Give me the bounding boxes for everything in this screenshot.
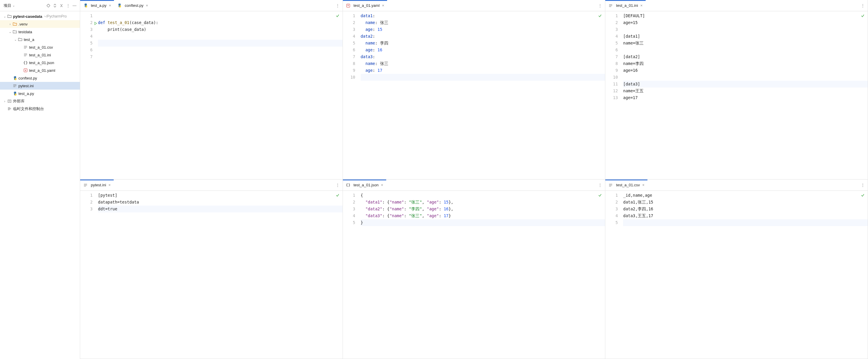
code-line[interactable]: age=17 bbox=[623, 94, 868, 101]
close-icon[interactable]: × bbox=[640, 3, 643, 8]
code-lines[interactable]: { "data1": {"name": "张三", "age": 15}, "d… bbox=[361, 191, 605, 359]
tab-more-icon[interactable]: ⋮ bbox=[595, 183, 605, 187]
sidebar-title[interactable]: 项目 ⌄ bbox=[2, 3, 16, 8]
code-line[interactable] bbox=[623, 219, 868, 226]
tab-test_a_01-json[interactable]: {}test_a_01.json× bbox=[343, 180, 386, 191]
code-lines[interactable]: [pytest]datapath=testdataddt=true bbox=[98, 191, 343, 359]
close-icon[interactable]: × bbox=[109, 3, 111, 8]
tree-item-conftest[interactable]: conftest.py bbox=[0, 74, 80, 82]
tree-caret[interactable]: ⌄ bbox=[13, 38, 18, 41]
tree-caret[interactable]: ⌄ bbox=[8, 30, 12, 34]
tab-more-icon[interactable]: ⋮ bbox=[595, 3, 605, 8]
tree-item-csv[interactable]: test_a_01.csv bbox=[0, 43, 80, 51]
tree-item-test_a_py[interactable]: test_a.py bbox=[0, 90, 80, 97]
code-line[interactable]: "data1": {"name": "张三", "age": 15}, bbox=[361, 199, 605, 206]
code-body[interactable]: 123[pytest]datapath=testdataddt=true bbox=[80, 191, 343, 359]
tree-item-scratch[interactable]: 临时文件和控制台 bbox=[0, 105, 80, 113]
tree-item-ext[interactable]: ›外部库 bbox=[0, 97, 80, 105]
code-line[interactable]: age: 15 bbox=[361, 26, 605, 33]
code-line[interactable] bbox=[361, 74, 605, 81]
code-line[interactable]: [data2] bbox=[623, 54, 868, 60]
code-line[interactable]: } bbox=[361, 219, 605, 226]
code-line[interactable]: data2,李四,16 bbox=[623, 206, 868, 213]
tree-item-pytestini[interactable]: pytest.ini bbox=[0, 82, 80, 90]
tab-test_a_01-yaml[interactable]: Ytest_a_01.yaml× bbox=[343, 0, 388, 11]
code-lines[interactable]: def test_a_01(case_data): print(case_dat… bbox=[98, 11, 343, 179]
code-line[interactable]: datapath=testdata bbox=[98, 199, 343, 206]
project-tree[interactable]: ⌄pytest-casedata~/PycharmPro›.venv⌄testd… bbox=[0, 11, 80, 359]
tree-caret[interactable]: › bbox=[8, 23, 12, 26]
code-line[interactable]: name=王五 bbox=[623, 88, 868, 94]
code-line[interactable] bbox=[623, 46, 868, 54]
code-lines[interactable]: _id,name,agedata1,张三,15data2,李四,16data3,… bbox=[623, 191, 868, 359]
code-line[interactable]: data3,王五,17 bbox=[623, 213, 868, 219]
close-icon[interactable]: × bbox=[382, 3, 384, 8]
code-line[interactable]: age=16 bbox=[623, 67, 868, 74]
code-lines[interactable]: [DEFAULT]age=15[data1]name=张三[data2]name… bbox=[623, 11, 868, 179]
minimize-icon[interactable]: — bbox=[71, 3, 78, 9]
code-line[interactable] bbox=[623, 26, 868, 33]
close-icon[interactable]: × bbox=[381, 183, 383, 187]
tab-test_a-py[interactable]: test_a.py× bbox=[80, 0, 114, 11]
code-line[interactable]: { bbox=[361, 192, 605, 199]
code-body[interactable]: 12345678910data1: name: 张三 age: 15data2:… bbox=[343, 11, 605, 179]
code-line[interactable]: age: 17 bbox=[361, 67, 605, 74]
tab-more-icon[interactable]: ⋮ bbox=[333, 3, 343, 8]
code-line[interactable]: "data3": {"name": "张三", "age": 17} bbox=[361, 213, 605, 219]
code-line[interactable]: name: 张三 bbox=[361, 60, 605, 67]
collapse-all-icon[interactable] bbox=[59, 3, 64, 9]
tab-pytest-ini[interactable]: pytest.ini× bbox=[80, 180, 114, 191]
tab-more-icon[interactable]: ⋮ bbox=[858, 183, 868, 187]
code-line[interactable]: data3: bbox=[361, 54, 605, 60]
code-line[interactable]: [data3] bbox=[623, 81, 868, 88]
tab-more-icon[interactable]: ⋮ bbox=[333, 183, 343, 187]
code-line[interactable]: def test_a_01(case_data): bbox=[98, 19, 343, 26]
code-lines[interactable]: data1: name: 张三 age: 15data2: name: 李四 a… bbox=[361, 11, 605, 179]
code-line[interactable]: [data1] bbox=[623, 33, 868, 40]
close-icon[interactable]: × bbox=[146, 3, 148, 8]
code-line[interactable] bbox=[98, 12, 343, 19]
code-body[interactable]: 12345{ "data1": {"name": "张三", "age": 15… bbox=[343, 191, 605, 359]
code-line[interactable]: data1,张三,15 bbox=[623, 199, 868, 206]
more-options-icon[interactable]: ⋮ bbox=[65, 3, 71, 9]
code-line[interactable]: _id,name,age bbox=[623, 192, 868, 199]
tree-caret[interactable]: ⌄ bbox=[2, 15, 7, 18]
code-body[interactable]: 12345_id,name,agedata1,张三,15data2,李四,16d… bbox=[605, 191, 868, 359]
expand-all-icon[interactable] bbox=[52, 3, 58, 9]
tab-conftest-py[interactable]: conftest.py× bbox=[114, 0, 151, 11]
code-body[interactable]: 1234567def test_a_01(case_data): print(c… bbox=[80, 11, 343, 179]
code-line[interactable] bbox=[98, 33, 343, 40]
code-body[interactable]: 12345678910111213[DEFAULT]age=15[data1]n… bbox=[605, 11, 868, 179]
tree-item-root[interactable]: ⌄pytest-casedata~/PycharmPro bbox=[0, 12, 80, 20]
tree-item-test_a[interactable]: ⌄test_a bbox=[0, 36, 80, 43]
code-line[interactable] bbox=[98, 54, 343, 60]
select-opened-file-icon[interactable] bbox=[45, 3, 51, 9]
code-line[interactable]: ddt=true bbox=[98, 206, 343, 213]
code-line[interactable]: name: 李四 bbox=[361, 40, 605, 46]
tree-item-json[interactable]: {}test_a_01.json bbox=[0, 59, 80, 66]
code-line[interactable] bbox=[98, 46, 343, 54]
tab-test_a_01-ini[interactable]: test_a_01.ini× bbox=[605, 0, 645, 11]
code-line[interactable]: "data2": {"name": "李四", "age": 16}, bbox=[361, 206, 605, 213]
tab-more-icon[interactable]: ⋮ bbox=[858, 3, 868, 8]
code-line[interactable]: age: 16 bbox=[361, 46, 605, 54]
code-line[interactable]: data2: bbox=[361, 33, 605, 40]
code-line[interactable] bbox=[98, 40, 343, 46]
code-line[interactable]: data1: bbox=[361, 12, 605, 19]
close-icon[interactable]: × bbox=[642, 183, 645, 187]
code-line[interactable]: [pytest] bbox=[98, 192, 343, 199]
code-line[interactable]: [DEFAULT] bbox=[623, 12, 868, 19]
tree-item-yaml[interactable]: Ytest_a_01.yaml bbox=[0, 66, 80, 74]
tab-test_a_01-csv[interactable]: test_a_01.csv× bbox=[605, 180, 647, 191]
code-line[interactable]: name: 张三 bbox=[361, 19, 605, 26]
code-line[interactable]: name=张三 bbox=[623, 40, 868, 46]
code-line[interactable] bbox=[623, 74, 868, 81]
code-line[interactable]: age=15 bbox=[623, 19, 868, 26]
tree-item-testdata[interactable]: ⌄testdata bbox=[0, 28, 80, 36]
code-line[interactable]: print(case_data) bbox=[98, 26, 343, 33]
tree-caret[interactable]: › bbox=[2, 100, 7, 103]
code-line[interactable]: name=李四 bbox=[623, 60, 868, 67]
close-icon[interactable]: × bbox=[108, 183, 111, 187]
tree-item-venv[interactable]: ›.venv bbox=[0, 20, 80, 28]
tree-item-ini[interactable]: test_a_01.ini bbox=[0, 51, 80, 59]
